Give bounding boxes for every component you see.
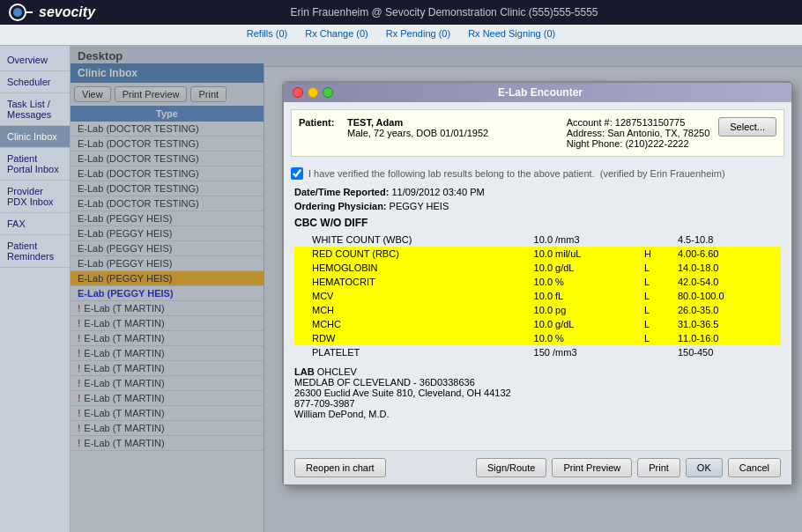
modal-maximize-dot[interactable] — [323, 87, 333, 98]
lab-name-line: MEDLAB OF CLEVELAND - 36D0338636 — [294, 377, 781, 388]
sidebar-item-reminders[interactable]: Patient Reminders — [0, 235, 70, 268]
elab-modal: E-Lab Encounter Patient: TEST, Adam Male… — [282, 81, 793, 486]
lab-test-flag: L — [639, 261, 672, 275]
lab-test-flag: L — [639, 331, 672, 345]
patient-name: TEST, Adam — [347, 117, 558, 128]
lab-row: HEMATOCRIT10.0 %L42.0-54.0 — [294, 275, 781, 289]
lab-test-flag: H — [639, 247, 672, 261]
verify-text: I have verified the following lab result… — [308, 168, 595, 179]
lab-test-flag: L — [639, 289, 672, 303]
reopen-button[interactable]: Reopen in chart — [294, 458, 386, 477]
verify-line: I have verified the following lab result… — [291, 167, 784, 180]
datetime-field: Date/Time Reported: 11/09/2012 03:40 PM — [294, 187, 781, 197]
main-area: Overview Scheduler Task List / Messages … — [0, 46, 802, 532]
lab-test-value: 10.0 pg — [529, 303, 639, 317]
account-number-line: Account #: 1287513150775 — [567, 117, 709, 128]
night-phone-value: (210)222-2222 — [625, 138, 688, 149]
lab-test-value: 10.0 g/dL — [529, 261, 639, 275]
account-label: Account #: — [567, 117, 613, 128]
lab-row: PLATELET150 /mm3150-450 — [294, 345, 781, 359]
sidebar-item-task-list[interactable]: Task List / Messages — [0, 93, 70, 126]
lab-row: MCH10.0 pgL26.0-35.0 — [294, 303, 781, 317]
lab-test-range: 42.0-54.0 — [672, 275, 781, 289]
select-button[interactable]: Select... — [718, 117, 776, 137]
verify-checkbox[interactable] — [291, 167, 303, 180]
sidebar-item-clinic-inbox[interactable]: Clinic Inbox — [0, 126, 70, 148]
lab-test-value: 10.0 % — [529, 275, 639, 289]
top-bar: sevocity Erin Frauenheim @ Sevocity Demo… — [0, 0, 802, 25]
address-label: Address: — [567, 128, 605, 138]
sidebar-item-scheduler[interactable]: Scheduler — [0, 71, 70, 93]
ordering-label: Ordering Physician: — [294, 201, 387, 211]
lab-test-value: 10.0 mil/uL — [529, 247, 639, 261]
lab-label: LAB — [294, 366, 315, 377]
modal-controls — [293, 87, 333, 98]
ordering-value: PEGGY HEIS — [390, 201, 449, 211]
night-phone-label: Night Phone: — [567, 138, 623, 149]
modal-title: E-Lab Encounter — [333, 86, 747, 99]
lab-test-name: MCH — [294, 303, 529, 317]
lab-test-range: 4.5-10.8 — [672, 233, 781, 247]
lab-test-name: MCV — [294, 289, 529, 303]
lab-row: MCV10.0 fLL80.0-100.0 — [294, 289, 781, 303]
modal-content: Date/Time Reported: 11/09/2012 03:40 PM … — [284, 183, 791, 450]
modal-footer: Reopen in chart Sign/Route Print Preview… — [284, 450, 791, 484]
lab-test-range: 26.0-35.0 — [672, 303, 781, 317]
lab-test-range: 31.0-36.5 — [672, 317, 781, 331]
modal-minimize-dot[interactable] — [308, 87, 318, 98]
lab-phone-line: 877-709-3987 — [294, 398, 781, 409]
print-button[interactable]: Print — [637, 458, 680, 477]
lab-test-range: 150-450 — [672, 345, 781, 359]
nav-refills[interactable]: Refills (0) — [247, 28, 287, 41]
lab-test-value: 10.0 /mm3 — [529, 233, 639, 247]
nav-rx-signing[interactable]: Rx Need Signing (0) — [468, 28, 555, 41]
lab-test-name: MCHC — [294, 317, 529, 331]
nav-rx-pending[interactable]: Rx Pending (0) — [386, 28, 450, 41]
sidebar-item-overview[interactable]: Overview — [0, 49, 70, 71]
lab-row: MCHC10.0 g/dLL31.0-36.5 — [294, 317, 781, 331]
modal-close-dot[interactable] — [293, 87, 303, 98]
lab-doctor-line: William DePond, M.D. — [294, 409, 781, 419]
datetime-value: 11/09/2012 03:40 PM — [391, 187, 484, 197]
lab-address-line: 26300 Euclid Ave Suite 810, Cleveland, O… — [294, 388, 781, 398]
lab-code-line: LAB OHCLEV — [294, 366, 781, 377]
lab-test-value: 10.0 % — [529, 331, 639, 345]
header-user-info: Erin Frauenheim @ Sevocity Demonstration… — [95, 6, 793, 18]
sidebar-item-pdx-inbox[interactable]: Provider PDX Inbox — [0, 181, 70, 213]
sidebar: Overview Scheduler Task List / Messages … — [0, 46, 71, 532]
account-number: 1287513150775 — [615, 117, 686, 128]
address-line: Address: San Antonio, TX, 78250 — [567, 128, 709, 138]
patient-info-section: Patient: TEST, Adam Male, 72 years, DOB … — [291, 109, 784, 157]
modal-overlay: E-Lab Encounter Patient: TEST, Adam Male… — [71, 46, 802, 532]
sidebar-item-portal-inbox[interactable]: Patient Portal Inbox — [0, 148, 70, 181]
lab-test-name: WHITE COUNT (WBC) — [294, 233, 529, 247]
lab-row: WHITE COUNT (WBC)10.0 /mm34.5-10.8 — [294, 233, 781, 247]
lab-test-range: 11.0-16.0 — [672, 331, 781, 345]
logo-icon — [9, 3, 33, 22]
patient-details: TEST, Adam Male, 72 years, DOB 01/01/195… — [347, 117, 558, 138]
sidebar-item-fax[interactable]: FAX — [0, 213, 70, 235]
lab-test-range: 4.00-6.60 — [672, 247, 781, 261]
lab-info: LAB OHCLEV MEDLAB OF CLEVELAND - 36D0338… — [294, 366, 781, 419]
patient-account: Account #: 1287513150775 Address: San An… — [567, 117, 709, 149]
cancel-button[interactable]: Cancel — [728, 458, 781, 477]
lab-test-name: PLATELET — [294, 345, 529, 359]
patient-label: Patient: — [299, 117, 338, 128]
lab-test-flag — [639, 345, 672, 359]
print-preview-button[interactable]: Print Preview — [552, 458, 632, 477]
lab-table: WHITE COUNT (WBC)10.0 /mm34.5-10.8RED CO… — [294, 233, 781, 359]
lab-test-flag: L — [639, 303, 672, 317]
footer-right: Sign/Route Print Preview Print OK Cancel — [476, 458, 781, 477]
svg-point-1 — [13, 8, 22, 17]
lab-test-name: HEMOGLOBIN — [294, 261, 529, 275]
verify-subtext: (verified by Erin Frauenheim) — [600, 168, 725, 179]
nav-rx-change[interactable]: Rx Change (0) — [305, 28, 368, 41]
sign-route-button[interactable]: Sign/Route — [476, 458, 546, 477]
lab-test-value: 10.0 fL — [529, 289, 639, 303]
ok-button[interactable]: OK — [686, 458, 723, 477]
lab-test-value: 10.0 g/dL — [529, 317, 639, 331]
lab-test-flag: L — [639, 275, 672, 289]
lab-test-name: RDW — [294, 331, 529, 345]
ordering-field: Ordering Physician: PEGGY HEIS — [294, 201, 781, 211]
lab-row: RED COUNT (RBC)10.0 mil/uLH4.00-6.60 — [294, 247, 781, 261]
